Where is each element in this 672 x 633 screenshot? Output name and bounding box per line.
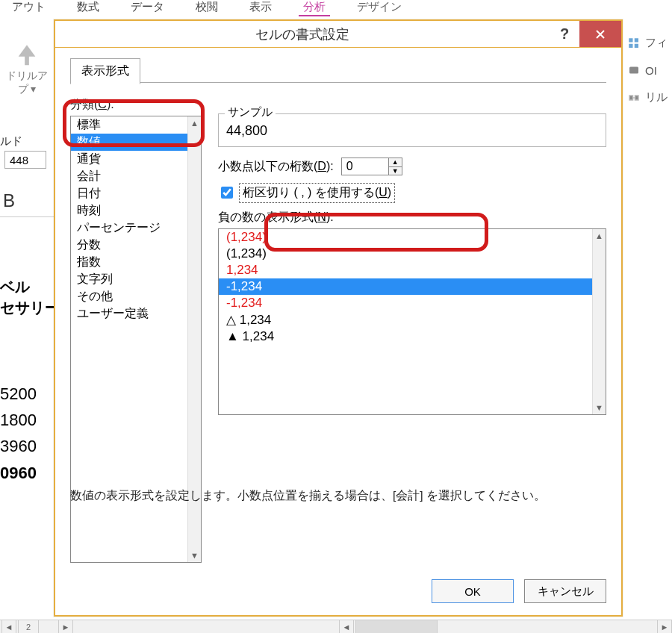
format-cells-dialog: セルの書式設定 ? 表示形式 分類(C): 標準 数値 通貨 会計 日付 時刻 bbox=[54, 19, 623, 617]
negative-scrollbar[interactable]: ▲ ▼ bbox=[592, 229, 606, 414]
svg-rect-0 bbox=[629, 38, 632, 42]
ribbon-tab[interactable]: デザイン bbox=[352, 0, 406, 16]
negative-format-label: 負の数の表示形式(N): bbox=[218, 210, 606, 225]
ribbon-tab-active[interactable]: 分析 bbox=[299, 0, 330, 16]
spinner-up-icon[interactable]: ▲ bbox=[389, 158, 402, 167]
field-label: ルド bbox=[0, 134, 22, 149]
scroll-left-icon[interactable]: ◄ bbox=[1, 620, 16, 633]
category-item-selected[interactable]: 数値 bbox=[71, 134, 201, 151]
scroll-right-icon[interactable]: ► bbox=[58, 620, 73, 633]
negative-option[interactable]: △ 1,234 bbox=[219, 311, 606, 328]
scroll-up-icon[interactable]: ▲ bbox=[188, 116, 201, 130]
ok-button[interactable]: OK bbox=[432, 579, 514, 603]
thousands-separator-checkbox[interactable] bbox=[221, 187, 233, 199]
thousands-separator-label: 桁区切り ( , ) を使用する(U) bbox=[241, 185, 393, 201]
category-item[interactable]: その他 bbox=[71, 288, 201, 305]
category-item[interactable]: 時刻 bbox=[71, 202, 201, 219]
negative-option-selected[interactable]: -1,234 bbox=[219, 278, 606, 295]
olap-icon bbox=[627, 63, 641, 77]
negative-format-listbox[interactable]: (1,234) (1,234) 1,234 -1,234 -1,234 △ 1,… bbox=[218, 228, 606, 415]
scroll-down-icon[interactable]: ▼ bbox=[593, 401, 606, 414]
arrow-up-icon bbox=[14, 42, 40, 67]
svg-rect-2 bbox=[629, 43, 632, 47]
rt-rel[interactable]: リル bbox=[627, 90, 668, 105]
format-hint-text: 数値の表示形式を設定します。小数点位置を揃える場合は、[会計] を選択してくださ… bbox=[70, 488, 606, 504]
scroll-right-icon[interactable]: ► bbox=[657, 620, 672, 633]
svg-rect-4 bbox=[629, 67, 638, 74]
svg-rect-3 bbox=[635, 43, 638, 47]
drill-label: ドリルアプ ▾ bbox=[4, 69, 49, 96]
sample-label: サンプル bbox=[225, 105, 276, 119]
cancel-button[interactable]: キャンセル bbox=[524, 579, 606, 603]
dialog-titlebar: セルの書式設定 ? bbox=[55, 21, 621, 48]
formula-fragment-input[interactable] bbox=[4, 151, 46, 169]
sample-value: 44,800 bbox=[226, 119, 598, 139]
close-button[interactable] bbox=[579, 21, 621, 47]
sheet-horizontal-scrollbar[interactable]: ◄ 2 ► ◄ ► bbox=[0, 620, 672, 633]
sample-groupbox: サンプル 44,800 bbox=[218, 113, 606, 147]
category-item[interactable]: ユーザー定義 bbox=[71, 305, 201, 322]
ribbon: アウト 数式 データ 校閲 表示 分析 デザイン bbox=[0, 0, 672, 16]
negative-option[interactable]: 1,234 bbox=[219, 262, 606, 278]
negative-option[interactable]: (1,234) bbox=[219, 246, 606, 262]
scroll-up-icon[interactable]: ▲ bbox=[593, 229, 606, 243]
ribbon-tab[interactable]: 校閲 bbox=[191, 0, 223, 16]
sheet-nav-number[interactable]: 2 bbox=[18, 620, 39, 633]
category-item[interactable]: 標準 bbox=[71, 116, 201, 134]
close-icon bbox=[595, 29, 606, 40]
ribbon-tab[interactable]: データ bbox=[126, 0, 169, 16]
category-item[interactable]: 分数 bbox=[71, 237, 201, 254]
negative-option[interactable]: ▲ 1,234 bbox=[219, 328, 606, 345]
rt-ol[interactable]: OI bbox=[627, 63, 668, 77]
decimals-spinner[interactable]: ▲ ▼ bbox=[341, 158, 402, 175]
category-item[interactable]: 会計 bbox=[71, 168, 201, 185]
ribbon-tab[interactable]: 表示 bbox=[245, 0, 276, 16]
category-label: 分類(C): bbox=[70, 97, 202, 113]
bg-number-cells: 5200 1800 3960 0960 bbox=[0, 381, 37, 486]
ribbon-tab[interactable]: アウト bbox=[7, 0, 50, 16]
negative-option[interactable]: -1,234 bbox=[219, 295, 606, 311]
svg-rect-1 bbox=[635, 38, 638, 42]
rt-filter[interactable]: フィ bbox=[627, 36, 668, 50]
decimals-input[interactable] bbox=[342, 158, 388, 175]
category-item[interactable]: パーセンテージ bbox=[71, 219, 201, 237]
ribbon-tab[interactable]: 数式 bbox=[72, 0, 104, 16]
category-item[interactable]: 日付 bbox=[71, 185, 201, 202]
category-item[interactable]: 通貨 bbox=[71, 151, 201, 168]
tab-number-format[interactable]: 表示形式 bbox=[70, 58, 140, 84]
column-header-B[interactable]: B bbox=[3, 190, 15, 211]
category-item[interactable]: 文字列 bbox=[71, 271, 201, 288]
scroll-thumb[interactable] bbox=[355, 620, 438, 633]
scroll-left-icon[interactable]: ◄ bbox=[339, 620, 354, 633]
right-ribbon-icons: フィ OI リル bbox=[627, 36, 668, 105]
spinner-down-icon[interactable]: ▼ bbox=[389, 167, 402, 175]
help-button[interactable]: ? bbox=[550, 25, 579, 43]
dialog-title: セルの書式設定 bbox=[55, 25, 550, 43]
scroll-down-icon[interactable]: ▼ bbox=[188, 549, 201, 562]
tab-underline bbox=[70, 82, 606, 83]
grid-icon bbox=[627, 37, 641, 50]
relation-icon bbox=[627, 91, 641, 105]
drill-up-button[interactable]: ドリルアプ ▾ bbox=[4, 42, 49, 96]
bg-row-labels: ベル セサリー bbox=[0, 276, 60, 318]
decimals-label: 小数点以下の桁数(D): bbox=[218, 159, 334, 175]
negative-option[interactable]: (1,234) bbox=[219, 229, 606, 246]
category-item[interactable]: 指数 bbox=[71, 254, 201, 271]
